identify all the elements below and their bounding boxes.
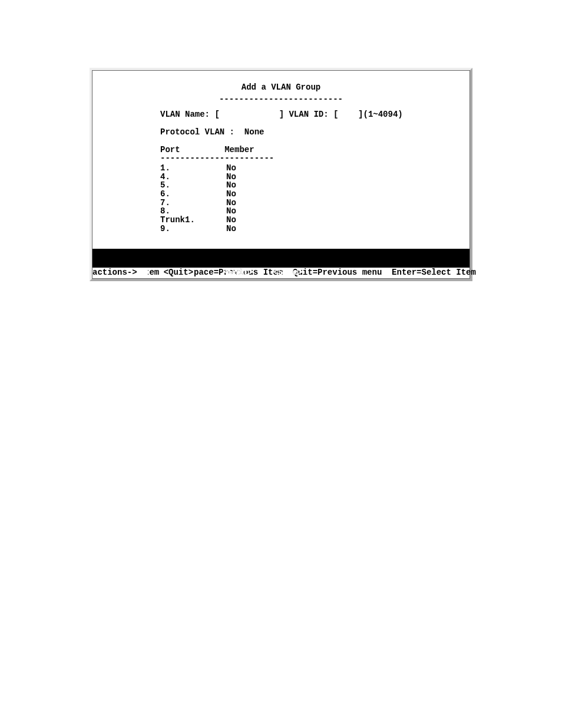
member-cell[interactable]: No <box>226 206 236 216</box>
member-cell[interactable]: No <box>226 198 236 207</box>
vlan-id-label: VLAN ID: [ <box>284 110 338 119</box>
member-cell[interactable]: No <box>226 224 236 233</box>
vlan-name-close: ] <box>279 110 284 119</box>
member-cell[interactable]: No <box>226 163 236 173</box>
actions-area: actions-> <Quit> <Edit> <Save> Select th… <box>92 249 470 278</box>
member-cell[interactable]: No <box>226 172 236 182</box>
title-block: Add a VLAN Group <box>92 83 470 92</box>
actions-label: actions-> <box>92 268 148 277</box>
port-list: 1.No 4.No 5.No 6.No 7.No 8.No Trunk1.No … <box>160 164 470 233</box>
actions-bar: actions-> <Quit> <Edit> <Save> Select th… <box>92 249 470 268</box>
port-cell: 7. <box>160 199 226 207</box>
port-row: 5.No <box>160 181 470 190</box>
member-cell[interactable]: No <box>226 189 236 199</box>
vlan-id-input[interactable] <box>338 110 358 119</box>
protocol-value[interactable]: None <box>244 127 265 137</box>
port-row: 8.No <box>160 207 470 216</box>
vlan-name-row: VLAN Name: [ ] VLAN ID: [ ](1~4094) <box>160 110 470 119</box>
member-cell[interactable]: No <box>226 180 236 190</box>
columns-underline: ----------------------- <box>160 153 470 163</box>
port-cell: 5. <box>160 181 226 190</box>
port-row: 7.No <box>160 199 470 207</box>
port-cell: 8. <box>160 207 226 216</box>
port-cell: 9. <box>160 225 226 233</box>
save-action[interactable]: <Save> <box>273 268 303 277</box>
vlan-id-range: (1~4094) <box>363 110 403 119</box>
port-row: 9.No <box>160 225 470 233</box>
edit-action[interactable]: <Edit> <box>223 268 253 277</box>
port-cell: Trunk1. <box>160 216 226 225</box>
vlan-name-label: VLAN Name: [ <box>160 110 220 119</box>
terminal-screen: Add a VLAN Group -----------------------… <box>92 70 470 279</box>
vlan-id-close: ] <box>358 110 363 119</box>
port-row: 6.No <box>160 190 470 199</box>
page-title: Add a VLAN Group <box>242 83 320 92</box>
vlan-name-input[interactable] <box>220 110 279 119</box>
protocol-label: Protocol VLAN : <box>160 127 244 137</box>
protocol-row: Protocol VLAN : None <box>160 127 470 137</box>
port-cell: 1. <box>160 164 226 173</box>
port-row: 1.No <box>160 164 470 173</box>
terminal-window: Add a VLAN Group -----------------------… <box>90 68 472 281</box>
port-row: Trunk1.No <box>160 216 470 225</box>
member-cell[interactable]: No <box>226 215 236 225</box>
port-row: 4.No <box>160 173 470 182</box>
port-cell: 4. <box>160 173 226 182</box>
action-line: actions-> <Quit> <Edit> <Save> <box>92 268 470 277</box>
quit-action[interactable]: <Quit> <box>163 268 194 277</box>
title-underline: ------------------------- <box>92 94 470 104</box>
content-area: VLAN Name: [ ] VLAN ID: [ ](1~4094) Prot… <box>92 110 470 233</box>
port-cell: 6. <box>160 190 226 199</box>
